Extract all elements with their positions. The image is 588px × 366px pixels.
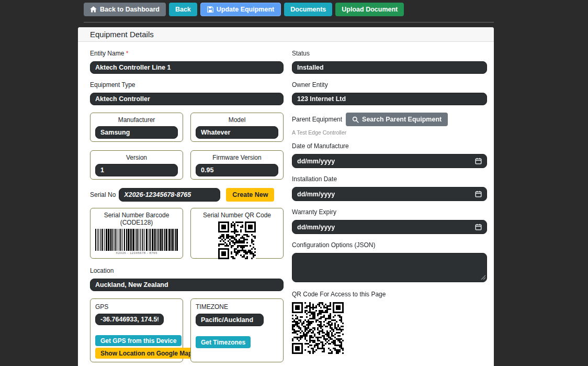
panel-header: Equipment Details — [78, 27, 494, 42]
back-label: Back — [175, 6, 191, 13]
show-location-label: Show Location on Google Maps — [100, 350, 196, 357]
config-options-textarea[interactable] — [292, 253, 487, 282]
location-label: Location — [90, 267, 284, 274]
warranty-expiry-label: Warranty Expiry — [292, 208, 487, 216]
calendar-icon — [475, 224, 482, 230]
firmware-version-box: Firmware Version — [190, 150, 284, 180]
equipment-type-label: Equipment Type — [90, 81, 284, 88]
model-label: Model — [196, 116, 278, 124]
create-new-label: Create New — [232, 191, 268, 198]
back-button[interactable]: Back — [169, 3, 197, 16]
toolbar-divider — [84, 22, 494, 23]
show-location-button[interactable]: Show Location on Google Maps — [95, 348, 201, 359]
update-equipment-label: Update Equipment — [217, 6, 274, 13]
firmware-version-label: Firmware Version — [196, 154, 278, 161]
equipment-type-input[interactable] — [90, 93, 284, 105]
upload-document-label: Upload Document — [342, 6, 398, 13]
upload-document-button[interactable]: Upload Document — [335, 3, 404, 16]
home-icon — [90, 6, 97, 13]
timezone-box: TIMEZONE Get Timezones — [190, 298, 284, 362]
warranty-expiry-placeholder: dd/mm/yyyy — [297, 224, 335, 231]
current-parent-text: A Test Edge Controller — [292, 129, 487, 136]
panel-body: Entity Name * Equipment Type Manufacture… — [78, 42, 494, 366]
save-icon — [207, 6, 213, 13]
create-new-button[interactable]: Create New — [226, 188, 274, 202]
required-asterisk: * — [126, 50, 129, 57]
model-input[interactable] — [196, 126, 278, 139]
get-gps-button[interactable]: Get GPS from this Device — [95, 335, 182, 346]
page-qr-image — [292, 302, 344, 354]
installation-date-input[interactable]: dd/mm/yyyy — [292, 187, 487, 201]
page: Back to Dashboard Back Update Equipment … — [0, 0, 588, 366]
serial-barcode-label: Serial Number Barcode (CODE128) — [95, 212, 178, 226]
firmware-version-input[interactable] — [196, 164, 278, 176]
status-input[interactable] — [292, 61, 487, 74]
installation-date-placeholder: dd/mm/yyyy — [297, 191, 335, 198]
serial-qr-label: Serial Number QR Code — [196, 212, 278, 219]
manufacturer-label: Manufacturer — [95, 116, 178, 124]
search-parent-equipment-button[interactable]: Search Parent Equipment — [346, 113, 448, 126]
equipment-details-panel: Equipment Details Entity Name * Equipmen… — [78, 27, 494, 366]
date-of-manufacture-label: Date of Manufacture — [292, 142, 487, 150]
version-label: Version — [95, 154, 178, 161]
timezone-label: TIMEZONE — [196, 303, 228, 310]
calendar-icon — [475, 191, 482, 197]
serial-qr-box: Serial Number QR Code — [190, 208, 284, 259]
entity-name-label: Entity Name * — [90, 50, 284, 57]
parent-equipment-label: Parent Equipment — [292, 116, 342, 123]
config-options-label: Configuration Options (JSON) — [292, 241, 487, 249]
get-gps-label: Get GPS from this Device — [100, 337, 176, 345]
documents-button[interactable]: Documents — [284, 3, 332, 16]
gps-box: GPS Get GPS from this Device Show Locati… — [90, 298, 183, 362]
get-timezones-button[interactable]: Get Timezones — [196, 336, 251, 348]
toolbar: Back to Dashboard Back Update Equipment … — [84, 3, 404, 16]
installation-date-label: Installation Date — [292, 175, 487, 183]
owner-entity-label: Owner Entity — [292, 81, 487, 88]
documents-label: Documents — [290, 6, 326, 13]
date-of-manufacture-input[interactable]: dd/mm/yyyy — [292, 154, 487, 168]
status-label: Status — [292, 50, 487, 57]
version-input[interactable] — [95, 164, 178, 176]
location-input[interactable] — [90, 279, 284, 291]
serial-qr-image — [218, 221, 256, 259]
serial-no-label: Serial No — [90, 191, 116, 198]
panel-title: Equipment Details — [90, 30, 154, 39]
entity-name-input[interactable] — [90, 61, 284, 74]
search-parent-equipment-label: Search Parent Equipment — [362, 116, 442, 123]
get-timezones-label: Get Timezones — [201, 339, 245, 346]
serial-barcode-image — [95, 229, 179, 251]
owner-entity-input[interactable] — [292, 93, 487, 105]
gps-label: GPS — [95, 303, 108, 310]
serial-no-input[interactable] — [119, 188, 220, 202]
gps-input[interactable] — [95, 314, 164, 325]
update-equipment-button[interactable]: Update Equipment — [200, 3, 281, 16]
search-icon — [352, 116, 359, 123]
date-of-manufacture-placeholder: dd/mm/yyyy — [297, 158, 335, 165]
serial-barcode-box: Serial Number Barcode (CODE128) X2026 - … — [90, 208, 183, 259]
model-box: Model — [190, 113, 284, 142]
page-qr-label: QR Code For Access to this Page — [292, 291, 487, 298]
manufacturer-input[interactable] — [95, 126, 178, 139]
warranty-expiry-input[interactable]: dd/mm/yyyy — [292, 220, 487, 234]
back-to-dashboard-button[interactable]: Back to Dashboard — [84, 3, 166, 16]
manufacturer-box: Manufacturer — [90, 113, 183, 142]
left-column: Entity Name * Equipment Type Manufacture… — [90, 50, 284, 366]
calendar-icon — [475, 158, 482, 164]
back-to-dashboard-label: Back to Dashboard — [100, 6, 160, 13]
right-column: Status Owner Entity Parent Equipment Sea… — [292, 50, 487, 366]
version-box: Version — [90, 150, 183, 180]
serial-barcode-caption: X2026 - 12345678 - 8765 — [95, 251, 178, 254]
timezone-input[interactable] — [196, 314, 264, 326]
